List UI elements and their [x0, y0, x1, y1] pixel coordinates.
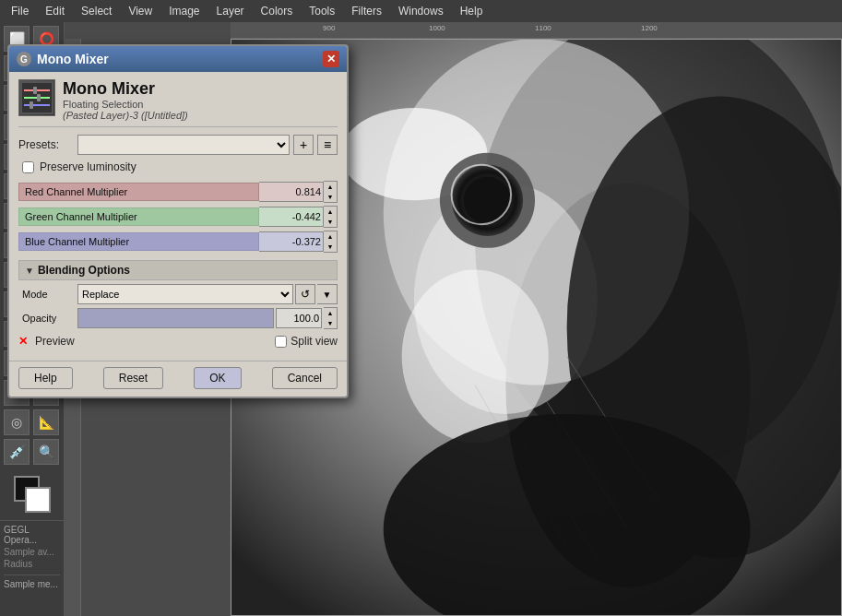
preserve-luminosity-label: Preserve luminosity [40, 160, 136, 173]
dialog-title-text: Mono Mixer [37, 52, 109, 66]
split-view-row: Split view [275, 335, 338, 348]
color-picker-tool[interactable]: 💉 [4, 439, 30, 465]
gegl-operator-label: GEGL Opera... [4, 525, 60, 545]
blue-channel-value: -0.372 [259, 231, 324, 252]
preset-add-button[interactable]: + [293, 135, 314, 155]
mode-select-wrapper: Replace ↺ ▼ [77, 284, 338, 304]
preserve-luminosity-row: Preserve luminosity [18, 160, 338, 173]
green-channel-row: Green Channel Multiplier -0.442 ▲ ▼ [18, 206, 338, 228]
sample-me-label: Sample me... [4, 575, 60, 589]
red-channel-label: Red Channel Multiplier [18, 183, 259, 201]
blending-options-title: Blending Options [38, 264, 130, 277]
dialog-icon: G [17, 52, 31, 66]
zoom-tool[interactable]: 🔍 [33, 439, 59, 465]
menu-windows[interactable]: Windows [391, 3, 451, 19]
opacity-down[interactable]: ▼ [324, 318, 337, 328]
ruler-mark-1000: 1000 [429, 24, 445, 32]
menu-select[interactable]: Select [74, 3, 119, 19]
blue-channel-label: Blue Channel Multiplier [18, 232, 259, 251]
preset-manage-button[interactable]: ≡ [317, 135, 338, 155]
menu-filters[interactable]: Filters [344, 3, 389, 19]
preview-label: Preview [35, 335, 75, 348]
opacity-label: Opacity [22, 313, 77, 324]
menu-image[interactable]: Image [161, 3, 207, 19]
presets-label: Presets: [18, 138, 74, 151]
svg-rect-26 [30, 101, 33, 109]
green-channel-spinner[interactable]: ▲ ▼ [324, 206, 338, 228]
svg-rect-24 [33, 87, 37, 94]
dialog-buttons: Help Reset OK Cancel [9, 361, 347, 397]
menu-view[interactable]: View [121, 3, 160, 19]
blending-options-header[interactable]: ▼ Blending Options [18, 260, 338, 280]
preserve-luminosity-checkbox[interactable] [22, 161, 34, 173]
mode-reset-button[interactable]: ↺ [295, 284, 315, 304]
green-channel-value: -0.442 [259, 207, 324, 227]
menu-tools[interactable]: Tools [302, 3, 342, 19]
plugin-subtitle-text: Floating Selection [63, 99, 188, 110]
plugin-icon [18, 79, 55, 116]
preview-x-mark: ✕ [18, 335, 28, 348]
split-view-checkbox[interactable] [275, 336, 287, 348]
presets-select[interactable] [77, 135, 290, 155]
mode-select[interactable]: Replace [77, 284, 293, 304]
mode-row: Mode Replace ↺ ▼ [18, 284, 338, 304]
sample-avg-label: Sample av... [4, 547, 60, 557]
red-channel-down[interactable]: ▼ [324, 192, 337, 202]
dialog-title-left: G Mono Mixer [17, 52, 109, 66]
ruler-mark-900: 900 [323, 24, 335, 32]
opacity-slider-fill [78, 309, 273, 327]
reset-button[interactable]: Reset [103, 367, 163, 389]
help-button[interactable]: Help [18, 367, 73, 389]
background-color[interactable] [25, 487, 51, 513]
blue-channel-row: Blue Channel Multiplier -0.372 ▲ ▼ [18, 231, 338, 253]
ruler-mark-1200: 1200 [641, 24, 658, 32]
blue-channel-spinner[interactable]: ▲ ▼ [324, 231, 338, 253]
blending-options-section: ▼ Blending Options Mode Replace ↺ ▼ Opac… [18, 260, 338, 329]
split-view-label: Split view [291, 335, 338, 348]
plugin-title-text: Mono Mixer [63, 79, 188, 99]
dialog-close-button[interactable]: ✕ [323, 51, 339, 67]
mono-mixer-dialog: G Mono Mixer ✕ Mono [7, 44, 349, 398]
menu-file[interactable]: File [4, 3, 36, 19]
opacity-row: Opacity 100.0 ▲ ▼ [18, 307, 338, 329]
ruler-mark-1100: 1100 [535, 24, 551, 32]
menu-help[interactable]: Help [453, 3, 491, 19]
menu-colors[interactable]: Colors [254, 3, 301, 19]
blur-sharpen-tool[interactable]: ◎ [4, 409, 30, 435]
green-channel-down[interactable]: ▼ [324, 217, 337, 227]
green-channel-up[interactable]: ▲ [324, 207, 337, 217]
opacity-slider-track[interactable] [77, 308, 274, 328]
menu-edit[interactable]: Edit [38, 3, 72, 19]
red-channel-value: 0.814 [259, 182, 324, 202]
ruler-top: 900 1000 1100 1200 [231, 22, 842, 39]
presets-row: Presets: + ≡ [18, 135, 338, 155]
blue-channel-down[interactable]: ▼ [324, 242, 337, 252]
radius-label: Radius [4, 559, 60, 569]
plugin-header: Mono Mixer Floating Selection (Pasted La… [18, 79, 338, 127]
preview-row: ✕ Preview Split view [18, 335, 338, 348]
mode-label: Mode [22, 289, 77, 300]
plugin-layer-text: (Pasted Layer)-3 ([Untitled]) [63, 110, 188, 121]
svg-rect-25 [37, 94, 41, 101]
red-channel-row: Red Channel Multiplier 0.814 ▲ ▼ [18, 181, 338, 203]
menubar: File Edit Select View Image Layer Colors… [0, 0, 842, 22]
collapse-icon: ▼ [25, 266, 34, 276]
opacity-value-display: 100.0 [276, 308, 322, 328]
red-channel-spinner[interactable]: ▲ ▼ [324, 181, 338, 203]
opacity-wrapper: 100.0 ▲ ▼ [77, 307, 338, 329]
cancel-button[interactable]: Cancel [272, 367, 338, 389]
dialog-titlebar: G Mono Mixer ✕ [9, 46, 347, 72]
ruler-corner [65, 22, 231, 39]
dialog-content: Mono Mixer Floating Selection (Pasted La… [9, 72, 347, 361]
opacity-spinner[interactable]: ▲ ▼ [324, 307, 338, 329]
ok-button[interactable]: OK [194, 367, 241, 389]
measure-tool[interactable]: 📐 [33, 409, 59, 435]
red-channel-up[interactable]: ▲ [324, 182, 337, 192]
mode-arrow-button[interactable]: ▼ [317, 284, 338, 304]
menu-layer[interactable]: Layer [209, 3, 252, 19]
opacity-up[interactable]: ▲ [324, 308, 337, 318]
green-channel-label: Green Channel Multiplier [18, 207, 259, 226]
svg-point-9 [464, 176, 512, 224]
blue-channel-up[interactable]: ▲ [324, 231, 337, 242]
